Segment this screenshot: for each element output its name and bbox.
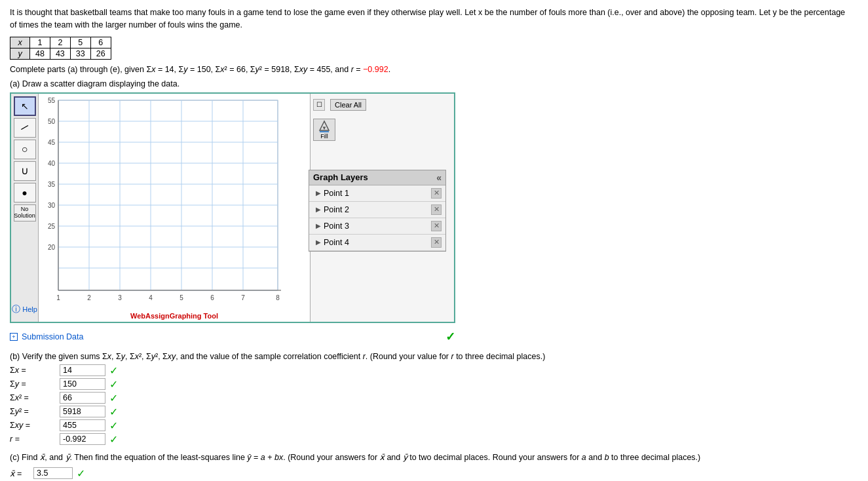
- part-c-label: (c) Find x̄, and ȳ. Then find the equati…: [10, 452, 858, 462]
- svg-text:4: 4: [149, 294, 153, 301]
- webassign-label: WebAssignGraphing Tool: [39, 310, 310, 322]
- sum-row-xy: Σxy = ✓: [10, 419, 858, 432]
- sum-row-x: Σx = ✓: [10, 364, 858, 377]
- help-label: Help: [22, 305, 37, 313]
- layer-close-4[interactable]: ✕: [431, 237, 442, 248]
- svg-rect-38: [320, 131, 329, 132]
- part-b-section: (b) Verify the given sums Σx, Σy, Σx², Σ…: [10, 352, 858, 446]
- sum-y-input[interactable]: [60, 378, 105, 390]
- y-val-3: 33: [70, 48, 90, 59]
- sum-x-label: Σx =: [10, 366, 56, 375]
- y-val-4: 26: [90, 48, 111, 59]
- part-b-label: (b) Verify the given sums Σx, Σy, Σx², Σ…: [10, 352, 858, 361]
- r-check: ✓: [109, 433, 118, 446]
- sum-y-label: Σy =: [10, 379, 56, 389]
- layer-item-point3[interactable]: ▶ Point 3 ✕: [309, 218, 445, 235]
- clear-all-button[interactable]: Clear All: [330, 99, 366, 111]
- circle-tool[interactable]: ○: [14, 140, 36, 159]
- expand-icon: +: [10, 333, 18, 341]
- help-icon: ⓘ: [12, 303, 20, 315]
- r-label: r =: [10, 434, 56, 444]
- graph-layers-title: Graph Layers: [313, 172, 368, 182]
- layer-item-point2[interactable]: ▶ Point 2 ✕: [309, 202, 445, 218]
- layer-label-4: Point 4: [324, 238, 349, 247]
- layer-close-2[interactable]: ✕: [431, 204, 442, 215]
- svg-text:50: 50: [48, 118, 56, 125]
- sum-x-check: ✓: [109, 364, 118, 377]
- x-val-3: 5: [70, 37, 90, 48]
- svg-text:8: 8: [276, 294, 280, 301]
- no-solution-tool[interactable]: NoSolution: [14, 204, 36, 221]
- fill-button[interactable]: ▼ Fill: [313, 119, 335, 141]
- svg-text:40: 40: [48, 160, 56, 167]
- svg-text:45: 45: [48, 139, 56, 146]
- circle-icon: ○: [22, 144, 28, 155]
- layer-arrow-3: ▶: [316, 222, 321, 229]
- no-solution-label: NoSolution: [14, 206, 35, 220]
- collapse-button[interactable]: «: [436, 172, 442, 183]
- line-tool[interactable]: /: [14, 118, 36, 138]
- svg-rect-0: [58, 100, 278, 290]
- graph-area[interactable]: 55 50 45 40 35 30 25 20 1 2 3 4 5 6 7 8: [39, 94, 310, 322]
- layer-item-point4[interactable]: ▶ Point 4 ✕: [309, 235, 445, 251]
- left-toolbar: ↖ / ○ ∪ ● NoSolution ⓘ Help: [11, 94, 39, 322]
- y-val-1: 48: [30, 48, 50, 59]
- layer-label-1: Point 1: [324, 189, 349, 198]
- ucurve-icon: ∪: [21, 164, 29, 177]
- data-table: x 1 2 5 6 y 48 43 33 26: [10, 37, 111, 60]
- layer-close-3[interactable]: ✕: [431, 221, 442, 231]
- intro-text: It is thought that basketball teams that…: [10, 7, 848, 31]
- x-label: x: [10, 37, 30, 48]
- sums-grid: Σx = ✓ Σy = ✓ Σx² = ✓ Σy² = ✓ Σxy = ✓ r …: [10, 364, 858, 446]
- part-c-section: (c) Find x̄, and ȳ. Then find the equati…: [10, 452, 858, 482]
- sum-row-y: Σy = ✓: [10, 378, 858, 391]
- arrow-icon: ↖: [21, 101, 29, 111]
- layer-label-2: Point 2: [324, 205, 349, 214]
- checkbox-icon[interactable]: ☐: [313, 99, 325, 111]
- sum-x2-check: ✓: [109, 392, 118, 404]
- svg-text:25: 25: [48, 223, 56, 230]
- svg-text:1: 1: [56, 294, 60, 301]
- sum-row-y2: Σy² = ✓: [10, 406, 858, 418]
- sum-x-input[interactable]: [60, 364, 105, 376]
- submission-data-label: Submission Data: [22, 332, 84, 341]
- arrow-tool[interactable]: ↖: [14, 96, 36, 116]
- sum-row-x2: Σx² = ✓: [10, 392, 858, 404]
- given-sums-line: Complete parts (a) through (e), given Σx…: [10, 65, 858, 74]
- sum-xy-check: ✓: [109, 419, 118, 432]
- xbar-label: x̄ =: [10, 469, 29, 478]
- submission-checkmark: ✓: [445, 330, 455, 344]
- line-icon: /: [20, 123, 30, 133]
- xbar-check: ✓: [77, 467, 85, 480]
- dot-icon: ●: [22, 187, 27, 198]
- sum-y2-input[interactable]: [60, 406, 105, 417]
- sum-row-r: r = ✓: [10, 433, 858, 446]
- layer-item-point1[interactable]: ▶ Point 1 ✕: [309, 185, 445, 202]
- layer-arrow-4: ▶: [316, 239, 321, 246]
- svg-text:35: 35: [48, 181, 56, 188]
- submission-data-toggle[interactable]: + Submission Data: [10, 332, 84, 341]
- sum-xy-input[interactable]: [60, 419, 105, 431]
- sum-y2-check: ✓: [109, 406, 118, 418]
- sum-x2-input[interactable]: [60, 392, 105, 404]
- ucurve-tool[interactable]: ∪: [14, 161, 36, 181]
- help-btn[interactable]: ⓘ Help: [12, 303, 37, 315]
- svg-text:7: 7: [241, 294, 245, 301]
- sum-y-check: ✓: [109, 378, 118, 391]
- svg-text:5: 5: [179, 294, 183, 301]
- y-val-2: 43: [50, 48, 70, 59]
- part-a-label: (a) Draw a scatter diagram displaying th…: [10, 79, 858, 88]
- graph-layers-header: Graph Layers «: [309, 170, 445, 185]
- x-val-1: 1: [30, 37, 50, 48]
- sum-y2-label: Σy² =: [10, 407, 56, 416]
- xbar-row: x̄ = ✓: [10, 467, 858, 480]
- xbar-input[interactable]: [33, 467, 73, 479]
- svg-text:▼: ▼: [322, 125, 327, 131]
- scatter-plot[interactable]: 55 50 45 40 35 30 25 20 1 2 3 4 5 6 7 8: [39, 94, 284, 310]
- svg-text:30: 30: [48, 202, 56, 209]
- r-input[interactable]: [60, 433, 105, 445]
- layer-close-1[interactable]: ✕: [431, 188, 442, 199]
- layer-label-3: Point 3: [324, 221, 349, 231]
- webassign-brand: WebAssign: [130, 312, 170, 320]
- dot-tool[interactable]: ●: [14, 183, 36, 202]
